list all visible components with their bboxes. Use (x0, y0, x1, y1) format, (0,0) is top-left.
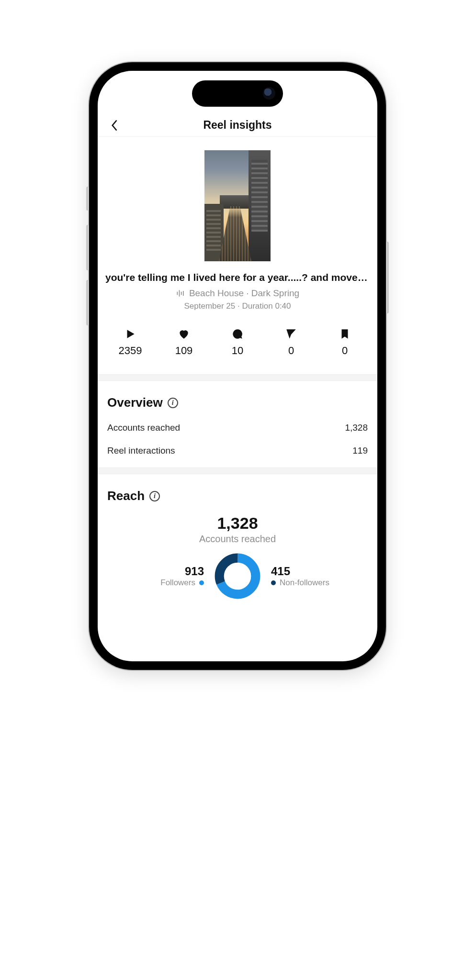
stat-saves-value: 0 (318, 345, 372, 357)
header: Reel insights (98, 114, 377, 137)
comment-icon (231, 328, 244, 340)
bookmark-icon (339, 328, 351, 340)
chevron-left-icon (111, 119, 119, 132)
stat-plays: 2359 (103, 327, 157, 357)
reach-section: Reach i 1,328 Accounts reached 913 Follo… (98, 474, 377, 612)
svg-rect-2 (181, 292, 182, 295)
stats-row: 2359 109 10 0 0 (98, 311, 377, 374)
stat-plays-value: 2359 (103, 345, 157, 357)
stat-comments: 10 (211, 327, 264, 357)
section-divider (98, 374, 377, 381)
overview-title: Overview (107, 395, 163, 410)
reel-meta: September 25 · Duration 0:40 (98, 301, 377, 311)
reach-nonfollowers-value: 415 (271, 565, 352, 578)
overview-interactions-row[interactable]: Reel interactions 119 (107, 445, 368, 456)
legend-dot-nonfollowers (271, 580, 276, 585)
overview-accounts-label: Accounts reached (107, 423, 180, 433)
section-divider (98, 468, 377, 474)
reach-followers-value: 913 (123, 565, 204, 578)
reach-followers-label: Followers (160, 578, 195, 588)
screen: Reel insights you're telling me I lived … (98, 71, 377, 661)
reach-subtitle: Accounts reached (107, 534, 368, 545)
power-button (386, 242, 389, 313)
audio-bars-icon (176, 289, 185, 298)
dynamic-island (192, 80, 283, 107)
stat-comments-value: 10 (211, 345, 264, 357)
play-icon (124, 328, 136, 340)
share-icon (285, 328, 297, 340)
reach-donut-chart (214, 552, 261, 600)
svg-rect-1 (179, 290, 180, 296)
stat-likes: 109 (157, 327, 211, 357)
stat-likes-value: 109 (157, 345, 211, 357)
volume-down-button (86, 280, 89, 325)
svg-rect-3 (183, 291, 184, 296)
reel-thumbnail[interactable] (204, 150, 271, 261)
reach-nonfollowers: 415 Non-followers (271, 565, 352, 588)
volume-up-button (86, 225, 89, 270)
legend-dot-followers (199, 580, 204, 585)
reel-thumbnail-wrap (98, 137, 377, 272)
stat-saves: 0 (318, 327, 372, 357)
reach-title: Reach (107, 489, 145, 503)
stat-shares: 0 (264, 327, 318, 357)
side-button (86, 187, 89, 211)
overview-section: Overview i Accounts reached 1,328 Reel i… (98, 381, 377, 468)
info-icon[interactable]: i (149, 491, 160, 501)
heart-icon (178, 328, 190, 340)
reach-nonfollowers-label: Non-followers (280, 578, 329, 588)
reach-breakdown: 913 Followers 415 Non-followers (107, 552, 368, 600)
overview-accounts-row[interactable]: Accounts reached 1,328 (107, 423, 368, 433)
svg-rect-0 (177, 292, 178, 295)
phone-frame: Reel insights you're telling me I lived … (89, 62, 386, 670)
reel-audio[interactable]: Beach House · Dark Spring (98, 288, 377, 299)
overview-interactions-label: Reel interactions (107, 445, 175, 456)
back-button[interactable] (107, 118, 123, 133)
reel-caption: you're telling me I lived here for a yea… (98, 272, 377, 283)
page-title: Reel insights (107, 119, 368, 132)
overview-accounts-value: 1,328 (345, 423, 368, 433)
info-icon[interactable]: i (168, 398, 178, 408)
reach-total: 1,328 (107, 514, 368, 533)
stat-shares-value: 0 (264, 345, 318, 357)
overview-interactions-value: 119 (352, 445, 368, 456)
reach-followers: 913 Followers (123, 565, 204, 588)
reel-audio-label: Beach House · Dark Spring (189, 288, 299, 299)
